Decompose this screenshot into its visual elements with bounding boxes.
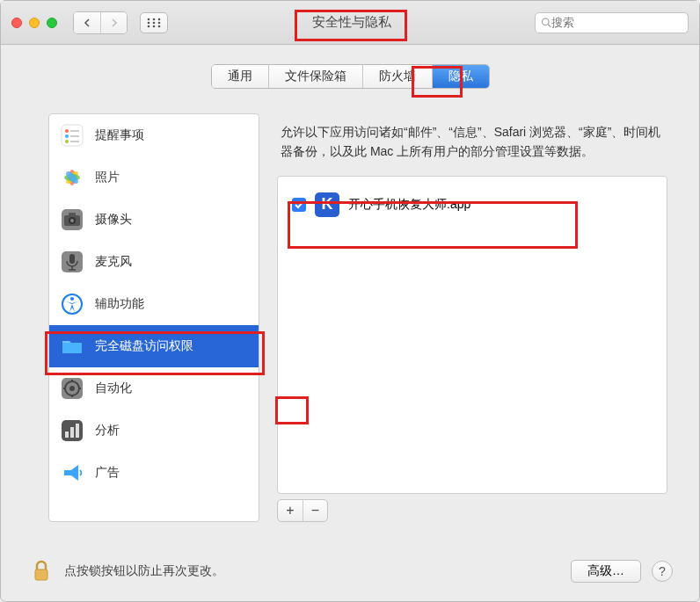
- svg-point-5: [158, 21, 161, 24]
- sidebar-item-accessibility[interactable]: 辅助功能: [49, 283, 259, 325]
- photos-icon: [60, 165, 84, 190]
- svg-point-4: [153, 21, 156, 24]
- nav-back-forward: [73, 11, 128, 34]
- lock-text: 点按锁按钮以防止再次更改。: [64, 563, 560, 579]
- app-name: 开心手机恢复大师.app: [348, 197, 470, 213]
- tab-filevault[interactable]: 文件保险箱: [268, 65, 362, 88]
- sidebar-item-automation[interactable]: 自动化: [49, 367, 259, 410]
- svg-rect-41: [70, 427, 74, 438]
- app-checkbox[interactable]: [292, 198, 306, 212]
- description-text: 允许以下应用访问诸如“邮件”、“信息”、Safari 浏览器、“家庭”、时间机器…: [277, 113, 667, 176]
- svg-rect-35: [62, 343, 82, 353]
- svg-rect-29: [69, 254, 75, 264]
- remove-button[interactable]: −: [303, 500, 327, 521]
- microphone-icon: [60, 250, 84, 274]
- svg-rect-43: [35, 569, 47, 580]
- svg-point-38: [69, 386, 75, 391]
- app-row[interactable]: K 开心手机恢复大师.app: [288, 187, 656, 222]
- reminders-icon: [60, 123, 84, 148]
- svg-point-0: [148, 18, 150, 20]
- svg-rect-40: [65, 432, 69, 438]
- titlebar: 安全性与隐私: [1, 1, 699, 45]
- sidebar-item-label: 照片: [95, 170, 120, 185]
- sidebar-item-microphone[interactable]: 麦克风: [49, 241, 259, 283]
- sidebar-item-camera[interactable]: 摄像头: [49, 199, 259, 241]
- folder-icon: [60, 334, 84, 359]
- show-all-button[interactable]: [140, 12, 168, 33]
- svg-point-2: [158, 18, 161, 20]
- sidebar-item-full-disk-access[interactable]: 完全磁盘访问权限: [49, 325, 259, 367]
- svg-point-14: [65, 134, 69, 138]
- tab-privacy[interactable]: 隐私: [432, 65, 489, 88]
- right-panel: 允许以下应用访问诸如“邮件”、“信息”、Safari 浏览器、“家庭”、时间机器…: [277, 113, 667, 522]
- tab-general[interactable]: 通用: [212, 65, 268, 88]
- analytics-icon: [60, 418, 84, 443]
- accessibility-icon: [60, 292, 84, 316]
- svg-rect-42: [76, 424, 79, 438]
- camera-icon: [60, 207, 84, 232]
- sidebar-item-label: 自动化: [95, 381, 132, 396]
- svg-rect-17: [70, 141, 79, 142]
- add-remove-group: + −: [277, 499, 328, 522]
- window-title: 安全性与隐私: [175, 14, 528, 31]
- sidebar-item-advertising[interactable]: 广告: [49, 452, 259, 494]
- search-input[interactable]: [551, 16, 682, 29]
- sidebar-item-label: 完全磁盘访问权限: [95, 338, 193, 354]
- sidebar-item-analytics[interactable]: 分析: [49, 410, 259, 452]
- sidebar-item-reminders[interactable]: 提醒事项: [49, 114, 259, 156]
- svg-point-8: [158, 25, 161, 27]
- tabs-row: 通用 文件保险箱 防火墙 隐私: [1, 45, 699, 103]
- svg-point-7: [153, 25, 156, 27]
- tab-firewall[interactable]: 防火墙: [362, 65, 432, 88]
- search-field-wrap[interactable]: [535, 12, 689, 33]
- svg-point-6: [148, 25, 150, 27]
- search-icon: [541, 17, 551, 28]
- svg-line-10: [548, 25, 551, 27]
- advanced-button[interactable]: 高级…: [571, 560, 641, 583]
- footer: 点按锁按钮以防止再次更改。 高级… ?: [29, 559, 673, 584]
- sidebar-item-label: 广告: [95, 465, 120, 481]
- svg-point-34: [70, 297, 74, 301]
- svg-point-26: [70, 219, 74, 222]
- add-button[interactable]: +: [278, 500, 303, 521]
- svg-point-16: [65, 140, 69, 143]
- preferences-window: 安全性与隐私 通用 文件保险箱 防火墙 隐私 提醒事项: [0, 0, 700, 602]
- zoom-window-button[interactable]: [47, 18, 57, 28]
- automation-icon: [60, 376, 84, 401]
- forward-button[interactable]: [100, 12, 127, 33]
- lock-icon[interactable]: [29, 559, 54, 584]
- help-button[interactable]: ?: [652, 561, 673, 582]
- app-icon: K: [315, 192, 339, 217]
- sidebar-item-label: 辅助功能: [95, 296, 144, 312]
- svg-point-12: [65, 129, 69, 133]
- svg-rect-27: [69, 213, 76, 216]
- svg-point-9: [543, 18, 550, 25]
- content-area: 提醒事项 照片 摄像头 麦克风: [48, 113, 667, 522]
- check-icon: [294, 199, 304, 210]
- advertising-icon: [60, 461, 84, 485]
- svg-rect-15: [70, 135, 79, 137]
- segmented-tabs: 通用 文件保险箱 防火墙 隐私: [211, 64, 490, 89]
- back-button[interactable]: [74, 12, 100, 33]
- sidebar-item-label: 分析: [95, 423, 120, 439]
- close-window-button[interactable]: [11, 18, 22, 28]
- svg-rect-13: [70, 130, 79, 132]
- privacy-category-sidebar[interactable]: 提醒事项 照片 摄像头 麦克风: [48, 113, 259, 522]
- sidebar-item-label: 提醒事项: [95, 127, 144, 143]
- traffic-lights: [11, 18, 57, 28]
- app-list: K 开心手机恢复大师.app: [277, 176, 667, 494]
- svg-point-1: [153, 18, 156, 20]
- svg-point-3: [148, 21, 150, 24]
- sidebar-item-photos[interactable]: 照片: [49, 156, 259, 199]
- sidebar-item-label: 摄像头: [95, 212, 132, 228]
- sidebar-item-label: 麦克风: [95, 254, 132, 270]
- minimize-window-button[interactable]: [29, 18, 40, 28]
